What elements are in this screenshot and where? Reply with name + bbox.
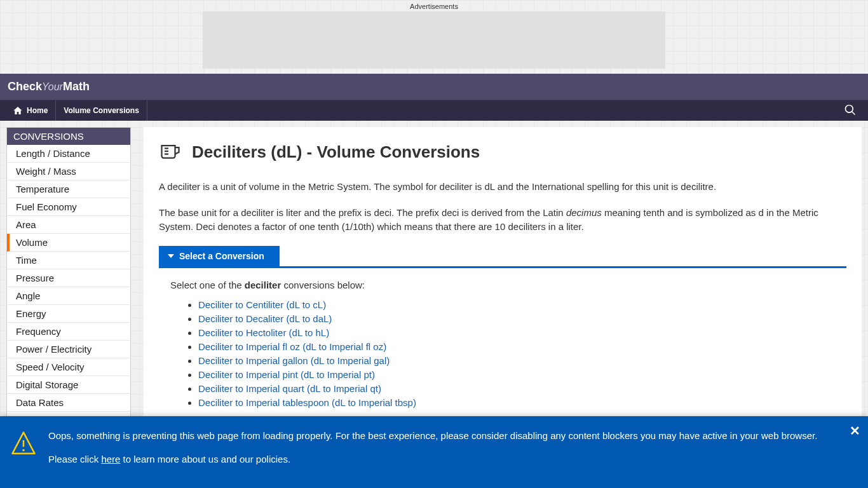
sidebar-item-digital-storage[interactable]: Digital Storage xyxy=(7,376,130,394)
site-header: CheckYourMath xyxy=(0,74,868,100)
list-item: Deciliter to Imperial fl oz (dL to Imper… xyxy=(198,341,846,352)
sidebar-item-speed-velocity[interactable]: Speed / Velocity xyxy=(7,358,130,376)
conversion-link[interactable]: Deciliter to Hectoliter (dL to hL) xyxy=(198,327,329,338)
nav-breadcrumb[interactable]: Volume Conversions xyxy=(56,100,147,121)
sidebar-item-pressure[interactable]: Pressure xyxy=(7,269,130,287)
chevron-down-icon xyxy=(168,254,174,258)
sidebar-item-area[interactable]: Area xyxy=(7,216,130,234)
home-icon xyxy=(13,105,23,116)
measuring-cup-icon xyxy=(159,140,182,165)
notice-2b: to learn more about us and our policies. xyxy=(120,454,290,464)
sidebar-item-weight-mass[interactable]: Weight / Mass xyxy=(7,163,130,180)
search-button[interactable] xyxy=(837,104,863,118)
sidebar-header: CONVERSIONS xyxy=(7,128,130,145)
conversion-link[interactable]: Deciliter to Imperial pint (dL to Imperi… xyxy=(198,369,375,380)
ad-placeholder xyxy=(203,11,665,69)
nav-bar: Home Volume Conversions xyxy=(0,100,868,121)
svg-point-6 xyxy=(22,449,25,452)
select-conversion-tab[interactable]: Select a Conversion xyxy=(159,246,280,266)
conversion-bar: Select a Conversion xyxy=(159,246,846,268)
intro-paragraph-2: The base unit for a deciliter is liter a… xyxy=(159,206,846,234)
sidebar-item-energy[interactable]: Energy xyxy=(7,305,130,323)
list-item: Deciliter to Imperial gallon (dL to Impe… xyxy=(198,355,846,366)
notice-line-1: Oops, something is preventing this web p… xyxy=(48,429,817,444)
conversion-link[interactable]: Deciliter to Imperial quart (dL to Imper… xyxy=(198,383,381,394)
conversion-link[interactable]: Deciliter to Decaliter (dL to daL) xyxy=(198,313,332,324)
sidebar: CONVERSIONS Length / DistanceWeight / Ma… xyxy=(6,127,131,430)
list-item: Deciliter to Imperial tablespoon (dL to … xyxy=(198,397,846,408)
svg-line-1 xyxy=(852,111,855,114)
intro-paragraph-1: A deciliter is a unit of volume in the M… xyxy=(159,180,846,194)
conversion-link[interactable]: Deciliter to Imperial gallon (dL to Impe… xyxy=(198,355,390,366)
close-icon[interactable]: ✕ xyxy=(850,421,860,440)
conversion-link[interactable]: Deciliter to Imperial tablespoon (dL to … xyxy=(198,397,416,408)
conversion-list: Deciliter to Centiliter (dL to cL)Decili… xyxy=(198,299,846,408)
select-a: Select one of the xyxy=(170,280,245,290)
list-item: Deciliter to Centiliter (dL to cL) xyxy=(198,299,846,310)
svg-point-0 xyxy=(846,105,853,112)
ad-container: Advertisements xyxy=(0,0,868,69)
list-item: Deciliter to Imperial quart (dL to Imper… xyxy=(198,383,846,394)
page-title: Deciliters (dL) - Volume Conversions xyxy=(192,142,480,162)
site-logo[interactable]: CheckYourMath xyxy=(8,80,90,93)
logo-math: Math xyxy=(63,80,90,93)
sidebar-item-fuel-economy[interactable]: Fuel Economy xyxy=(7,198,130,216)
notice-text: Oops, something is preventing this web p… xyxy=(48,429,817,475)
select-b: deciliter xyxy=(245,280,281,290)
sidebar-item-data-rates[interactable]: Data Rates xyxy=(7,394,130,412)
select-c: conversions below: xyxy=(281,280,365,290)
nav-breadcrumb-label: Volume Conversions xyxy=(64,106,139,115)
sidebar-item-length-distance[interactable]: Length / Distance xyxy=(7,145,130,163)
notice-2a: Please click xyxy=(48,454,101,464)
sidebar-item-volume[interactable]: Volume xyxy=(7,234,130,252)
logo-your: Your xyxy=(42,81,63,92)
warning-icon xyxy=(10,430,37,461)
select-instruction: Select one of the deciliter conversions … xyxy=(170,280,846,290)
sidebar-item-frequency[interactable]: Frequency xyxy=(7,323,130,341)
sidebar-item-temperature[interactable]: Temperature xyxy=(7,180,130,198)
sidebar-item-time[interactable]: Time xyxy=(7,252,130,269)
search-icon xyxy=(844,104,857,116)
notice-line-2: Please click here to learn more about us… xyxy=(48,452,817,467)
logo-check: Check xyxy=(8,80,42,93)
select-conversion-label: Select a Conversion xyxy=(179,251,264,261)
para2-a: The base unit for a deciliter is liter a… xyxy=(159,207,566,218)
nav-home-label: Home xyxy=(27,106,48,115)
notice-here-link[interactable]: here xyxy=(101,454,120,464)
para2-italic: decimus xyxy=(566,207,602,218)
list-item: Deciliter to Imperial pint (dL to Imperi… xyxy=(198,369,846,380)
conversion-link[interactable]: Deciliter to Imperial fl oz (dL to Imper… xyxy=(198,341,386,352)
list-item: Deciliter to Hectoliter (dL to hL) xyxy=(198,327,846,338)
sidebar-item-power-electricity[interactable]: Power / Electricity xyxy=(7,341,130,358)
sidebar-item-angle[interactable]: Angle xyxy=(7,287,130,305)
list-item: Deciliter to Decaliter (dL to daL) xyxy=(198,313,846,324)
ad-label: Advertisements xyxy=(0,3,868,10)
conversion-link[interactable]: Deciliter to Centiliter (dL to cL) xyxy=(198,299,326,310)
nav-home[interactable]: Home xyxy=(5,100,56,121)
notice-bar: Oops, something is preventing this web p… xyxy=(0,416,868,483)
